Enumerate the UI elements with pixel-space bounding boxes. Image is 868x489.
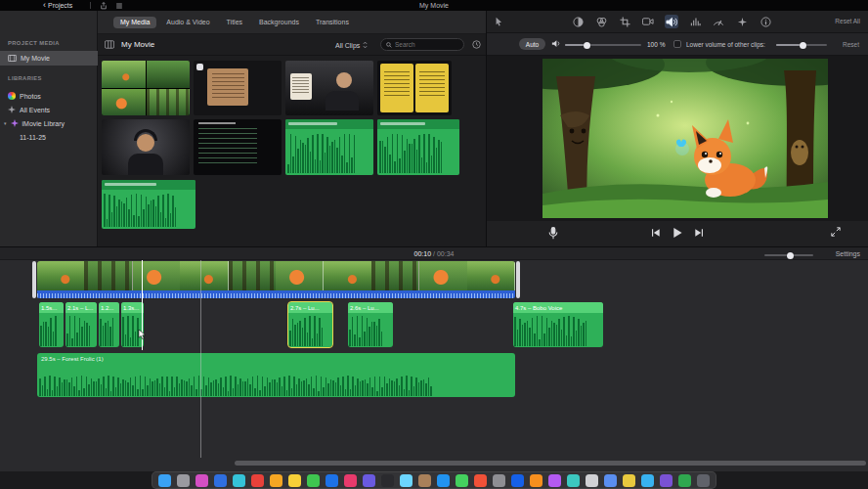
tab-titles[interactable]: Titles: [220, 17, 249, 28]
audio-clip[interactable]: 1.3s...: [121, 302, 144, 347]
timeline-zoom-slider[interactable]: [764, 254, 813, 256]
media-clip-document[interactable]: [194, 61, 282, 115]
back-to-projects-button[interactable]: ‹ Projects: [43, 0, 72, 11]
lower-volume-slider[interactable]: [776, 44, 827, 46]
volume-slider-knob[interactable]: [584, 42, 590, 49]
crop-icon[interactable]: [618, 15, 631, 28]
color-balance-icon[interactable]: [571, 15, 585, 28]
dock-icon[interactable]: [177, 474, 190, 487]
dock-icon[interactable]: [326, 474, 338, 487]
color-correction-icon[interactable]: [594, 15, 608, 28]
trim-handle-left[interactable]: [32, 261, 36, 298]
media-clip-headphones-presenter[interactable]: [102, 119, 190, 175]
dock-icon[interactable]: [660, 474, 673, 487]
clips-filter-dropdown[interactable]: All Clips: [335, 41, 368, 49]
stabilization-icon[interactable]: [641, 15, 655, 28]
dock-icon[interactable]: [623, 474, 635, 487]
reset-button[interactable]: Reset: [843, 41, 859, 48]
dock-icon[interactable]: [158, 474, 171, 487]
list-icon[interactable]: [115, 2, 123, 10]
sidebar-item-all-events[interactable]: All Events: [0, 103, 98, 116]
sidebar-item-my-movie[interactable]: My Movie: [0, 51, 98, 66]
dock-icon[interactable]: [344, 474, 357, 487]
dock-icon[interactable]: [493, 474, 505, 487]
audio-clip-selected[interactable]: 2.7s – Lu...: [288, 302, 332, 347]
dock-icon[interactable]: [641, 474, 654, 487]
dock-icon[interactable]: [567, 474, 580, 487]
reset-all-button[interactable]: Reset All: [835, 18, 860, 24]
speed-icon[interactable]: [712, 15, 725, 28]
timeline-horizontal-scrollbar[interactable]: [235, 461, 866, 466]
dock-icon[interactable]: [678, 474, 691, 487]
disclosure-triangle-icon[interactable]: ▾: [4, 120, 7, 126]
media-clip-audio-1[interactable]: [285, 119, 373, 175]
media-clip-audio-3[interactable]: [102, 180, 195, 229]
dock-icon[interactable]: [381, 474, 394, 487]
timeline-filmstrip[interactable]: [37, 261, 515, 290]
lower-volume-checkbox[interactable]: [673, 40, 681, 48]
dock-icon[interactable]: [400, 474, 412, 487]
sidebar-item-event-11-11-25[interactable]: 11-11-25: [0, 130, 98, 144]
background-music-clip[interactable]: 29.5s – Forest Frolic (1): [37, 353, 515, 397]
dock-icon[interactable]: [604, 474, 617, 487]
media-clip-presenter[interactable]: [285, 61, 373, 115]
dock-icon[interactable]: [530, 474, 542, 487]
voiceover-mic-icon[interactable]: [548, 227, 558, 240]
dock-icon[interactable]: [586, 474, 598, 487]
dock-icon[interactable]: [456, 474, 468, 487]
filters-icon[interactable]: [735, 15, 749, 28]
noise-reduction-icon[interactable]: [688, 15, 702, 28]
dock-icon[interactable]: [270, 474, 282, 487]
tab-transitions[interactable]: Transitions: [309, 17, 356, 28]
audio-clip[interactable]: 1.2...: [99, 302, 119, 347]
volume-slider[interactable]: [565, 44, 641, 46]
dock-icon[interactable]: [307, 474, 320, 487]
skip-back-button[interactable]: [651, 228, 661, 238]
media-clip-terminal[interactable]: [194, 119, 282, 175]
share-icon[interactable]: [100, 2, 108, 10]
dock-icon[interactable]: [511, 474, 524, 487]
dock-icon[interactable]: [233, 474, 245, 487]
media-clip-fox-frames[interactable]: [102, 61, 190, 115]
audio-clip[interactable]: 2.1s – L...: [65, 302, 97, 347]
audio-clip[interactable]: 1.5s...: [39, 302, 64, 347]
dock-icon[interactable]: [697, 474, 710, 487]
lower-volume-slider-knob[interactable]: [800, 42, 806, 49]
tab-audio-video[interactable]: Audio & Video: [159, 17, 216, 28]
recents-clock-icon[interactable]: [472, 40, 481, 49]
dock-icon[interactable]: [363, 474, 375, 487]
audio-clip-bobo-voice[interactable]: 4.7s – Bobo Voice: [513, 302, 603, 347]
volume-icon[interactable]: [665, 15, 678, 28]
pointer-icon[interactable]: [495, 17, 503, 26]
dock-icon[interactable]: [548, 474, 561, 487]
play-button[interactable]: [673, 227, 683, 239]
info-icon[interactable]: [759, 15, 772, 28]
media-clip-audio-2[interactable]: [377, 119, 459, 175]
clip-appearance-icon[interactable]: [105, 40, 114, 49]
media-clip-title-cards[interactable]: [377, 61, 452, 115]
tab-my-media[interactable]: My Media: [113, 17, 156, 28]
dock-icon[interactable]: [214, 474, 227, 487]
tab-backgrounds[interactable]: Backgrounds: [252, 17, 306, 28]
skip-forward-button[interactable]: [695, 228, 705, 238]
search-field[interactable]: [380, 38, 464, 51]
libraries-header: LIBRARIES: [8, 75, 42, 81]
audio-clip[interactable]: 2.6s – Lu...: [348, 302, 393, 347]
timeline-settings-button[interactable]: Settings: [836, 250, 860, 257]
video-clip-audio-track[interactable]: [37, 290, 515, 298]
auto-volume-button[interactable]: Auto: [519, 38, 545, 50]
fullscreen-icon[interactable]: [831, 227, 841, 237]
sidebar-item-imovie-library[interactable]: ▾ iMovie Library: [0, 116, 98, 130]
dock-icon[interactable]: [418, 474, 431, 487]
audio-waveform: [379, 131, 457, 173]
dock-icon[interactable]: [195, 474, 208, 487]
dock-icon[interactable]: [288, 474, 301, 487]
dock-icon[interactable]: [251, 474, 264, 487]
dock-icon[interactable]: [437, 474, 450, 487]
dock-icon[interactable]: [474, 474, 487, 487]
trim-handle-right[interactable]: [516, 261, 520, 298]
timeline-zoom-knob[interactable]: [787, 252, 794, 259]
search-input[interactable]: [395, 41, 458, 48]
sidebar-item-photos[interactable]: Photos: [0, 89, 98, 103]
clips-filter-label: All Clips: [335, 42, 360, 49]
